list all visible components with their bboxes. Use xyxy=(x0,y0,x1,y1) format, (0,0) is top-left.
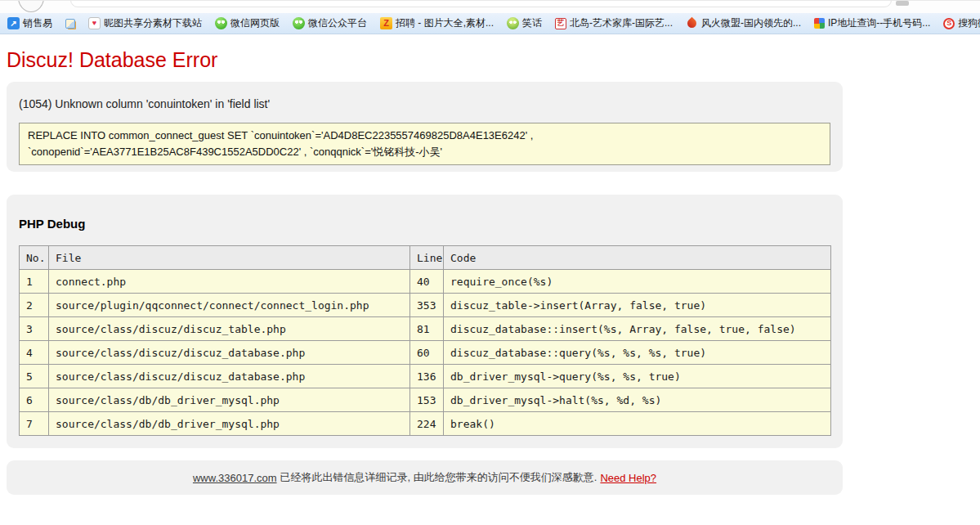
table-cell: 353 xyxy=(410,294,444,317)
table-row: 5source/class/discuz/discuz_database.php… xyxy=(20,365,831,388)
table-cell: 5 xyxy=(20,365,49,388)
table-header-row: No.FileLineCode xyxy=(20,246,831,270)
table-body: 1connect.php40require_once(%s)2source/pl… xyxy=(20,270,831,436)
bookmark-label: 招聘 - 图片大全,素材... xyxy=(396,16,494,30)
table-row: 1connect.php40require_once(%s) xyxy=(20,270,831,294)
bookmark-item[interactable] xyxy=(63,17,78,30)
bookmark-item[interactable]: 北岛-艺术家库-国际艺... xyxy=(553,15,675,32)
table-cell: 81 xyxy=(410,317,444,341)
bookmark-label: 昵图共享分素材下载站 xyxy=(104,16,202,30)
table-cell: 60 xyxy=(410,341,444,365)
address-bar-partial[interactable] xyxy=(70,0,892,7)
bookmark-label: 北岛-艺术家库-国际艺... xyxy=(570,16,673,30)
zhaopin-z-icon xyxy=(380,17,392,29)
bookmark-item[interactable]: 笑话 xyxy=(504,15,544,32)
bookmarks-bar: 销售易昵图共享分素材下载站微信网页版微信公众平台招聘 - 图片大全,素材...笑… xyxy=(0,13,980,34)
table-cell: break() xyxy=(444,412,831,436)
browser-button-partial[interactable] xyxy=(18,0,44,12)
table-row: 2source/plugin/qqconnect/connect/connect… xyxy=(20,294,831,317)
bookmark-item[interactable]: 微信网页版 xyxy=(213,15,282,32)
table-cell: 136 xyxy=(410,365,444,388)
bookmark-item[interactable]: 招聘 - 图片大全,素材... xyxy=(378,15,496,32)
table-cell: source/plugin/qqconnect/connect/connect_… xyxy=(49,294,410,317)
bookmark-label: IP地址查询--手机号码... xyxy=(828,16,930,30)
browser-top-strip xyxy=(0,0,980,13)
table-cell: connect.php xyxy=(49,270,410,294)
table-cell: 2 xyxy=(20,294,49,317)
smiley-icon xyxy=(507,17,519,29)
blue-arrow-icon xyxy=(7,17,20,29)
seal-icon xyxy=(555,18,566,29)
table-header-cell: File xyxy=(49,246,410,270)
error-message: (1054) Unknown column 'conuintoken' in '… xyxy=(19,97,830,110)
sogou-icon xyxy=(943,18,955,29)
php-debug-panel: PHP Debug No.FileLineCode 1connect.php40… xyxy=(7,195,843,448)
table-cell: 153 xyxy=(410,388,444,412)
bookmark-item[interactable]: 昵图共享分素材下载站 xyxy=(86,15,204,32)
table-cell: 224 xyxy=(410,412,444,436)
sql-query-box: REPLACE INTO common_connect_guest SET `c… xyxy=(19,123,830,165)
footer-message: 已经将此出错信息详细记录, 由此给您带来的访问不便我们深感歉意. xyxy=(280,470,597,485)
error-panel: (1054) Unknown column 'conuintoken' in '… xyxy=(7,82,843,172)
bookmark-label: 笑话 xyxy=(522,16,542,30)
pinwheel-icon xyxy=(814,18,825,29)
site-link[interactable]: www.336017.com xyxy=(193,472,277,484)
table-cell: db_driver_mysql->query(%s, %s, true) xyxy=(444,365,831,388)
table-row: 4source/class/discuz/discuz_database.php… xyxy=(20,341,831,365)
bookmark-item[interactable]: 微信公众平台 xyxy=(290,15,369,32)
browser-chrome-fragment xyxy=(896,1,909,6)
need-help-link[interactable]: Need Help? xyxy=(600,472,656,484)
table-header-cell: No. xyxy=(20,246,49,270)
flame-icon xyxy=(686,17,699,30)
table-row: 6source/class/db/db_driver_mysql.php153d… xyxy=(20,388,831,412)
table-row: 7source/class/db/db_driver_mysql.php224b… xyxy=(20,412,831,436)
table-cell: source/class/discuz/discuz_database.php xyxy=(49,365,410,388)
table-header-cell: Code xyxy=(444,246,831,270)
table-cell: discuz_database::query(%s, %s, %s, true) xyxy=(444,341,831,365)
table-cell: 6 xyxy=(20,388,49,412)
php-debug-heading: PHP Debug xyxy=(19,217,830,231)
bookmark-item[interactable]: IP地址查询--手机号码... xyxy=(812,15,933,32)
table-cell: source/class/discuz/discuz_database.php xyxy=(49,341,410,365)
table-row: 3source/class/discuz/discuz_table.php81d… xyxy=(20,317,831,341)
table-cell: require_once(%s) xyxy=(444,270,831,294)
bookmark-item[interactable]: 风火微盟-国内领先的... xyxy=(683,15,803,32)
table-cell: 1 xyxy=(20,270,49,294)
php-debug-table: No.FileLineCode 1connect.php40require_on… xyxy=(19,245,831,436)
wechat-icon xyxy=(215,17,227,29)
table-cell: 40 xyxy=(410,270,444,294)
page-title: Discuz! Database Error xyxy=(7,48,980,72)
table-header-cell: Line xyxy=(410,246,444,270)
table-cell: discuz_table->insert(Array, false, true) xyxy=(444,294,831,317)
bookmark-label: 销售易 xyxy=(23,16,52,30)
bookmark-item[interactable]: 销售易 xyxy=(5,15,55,32)
wechat-icon xyxy=(293,17,305,29)
bookmark-item[interactable]: 搜狗微信搜索 xyxy=(941,15,980,32)
bookmark-label: 微信公众平台 xyxy=(308,16,367,30)
table-cell: 7 xyxy=(20,412,49,436)
heart-bubble-icon xyxy=(88,17,101,29)
table-cell: 4 xyxy=(20,341,49,365)
error-page: Discuz! Database Error (1054) Unknown co… xyxy=(0,48,980,495)
table-cell: discuz_database::insert(%s, Array, false… xyxy=(444,317,831,341)
bookmark-label: 风火微盟-国内领先的... xyxy=(701,16,801,30)
photos-icon xyxy=(65,19,75,29)
table-cell: source/class/db/db_driver_mysql.php xyxy=(49,388,410,412)
table-cell: source/class/db/db_driver_mysql.php xyxy=(49,412,410,436)
table-cell: source/class/discuz/discuz_table.php xyxy=(49,317,410,341)
bookmark-label: 搜狗微信搜索 xyxy=(958,16,980,30)
bookmark-label: 微信网页版 xyxy=(230,16,280,30)
footer-panel: www.336017.com 已经将此出错信息详细记录, 由此给您带来的访问不便… xyxy=(7,460,843,495)
table-cell: 3 xyxy=(20,317,49,341)
table-cell: db_driver_mysql->halt(%s, %d, %s) xyxy=(444,388,831,412)
